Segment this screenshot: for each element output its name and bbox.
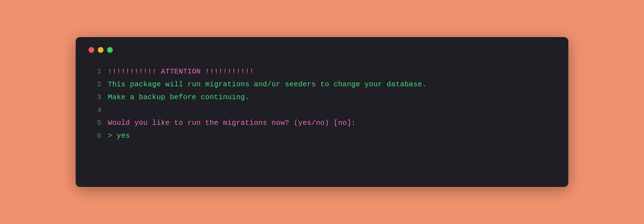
minimize-button[interactable] bbox=[98, 47, 104, 53]
terminal-window: 1!!!!!!!!!!! ATTENTION !!!!!!!!!!!2This … bbox=[76, 37, 568, 187]
terminal-line: 4 bbox=[91, 104, 555, 116]
line-text: Would you like to run the migrations now… bbox=[108, 117, 356, 129]
line-number: 2 bbox=[91, 78, 101, 91]
line-text: This package will run migrations and/or … bbox=[108, 78, 427, 91]
line-text: > yes bbox=[108, 130, 130, 142]
terminal-line: 2This package will run migrations and/or… bbox=[91, 78, 555, 91]
terminal-line: 3Make a backup before continuing. bbox=[91, 91, 555, 103]
terminal-line: 1!!!!!!!!!!! ATTENTION !!!!!!!!!!! bbox=[91, 66, 555, 78]
terminal-content: 1!!!!!!!!!!! ATTENTION !!!!!!!!!!!2This … bbox=[89, 66, 555, 142]
terminal-line: 6 > yes bbox=[91, 130, 555, 142]
line-number: 6 bbox=[91, 130, 101, 142]
title-bar bbox=[89, 47, 555, 53]
line-text: Make a backup before continuing. bbox=[108, 91, 250, 103]
terminal-line: 5 Would you like to run the migrations n… bbox=[91, 117, 555, 129]
line-number: 1 bbox=[91, 66, 101, 78]
line-text: !!!!!!!!!!! ATTENTION !!!!!!!!!!! bbox=[108, 66, 254, 78]
line-number: 4 bbox=[91, 104, 101, 116]
close-button[interactable] bbox=[89, 47, 94, 53]
line-number: 5 bbox=[91, 117, 101, 129]
maximize-button[interactable] bbox=[107, 47, 113, 53]
line-number: 3 bbox=[91, 91, 101, 103]
